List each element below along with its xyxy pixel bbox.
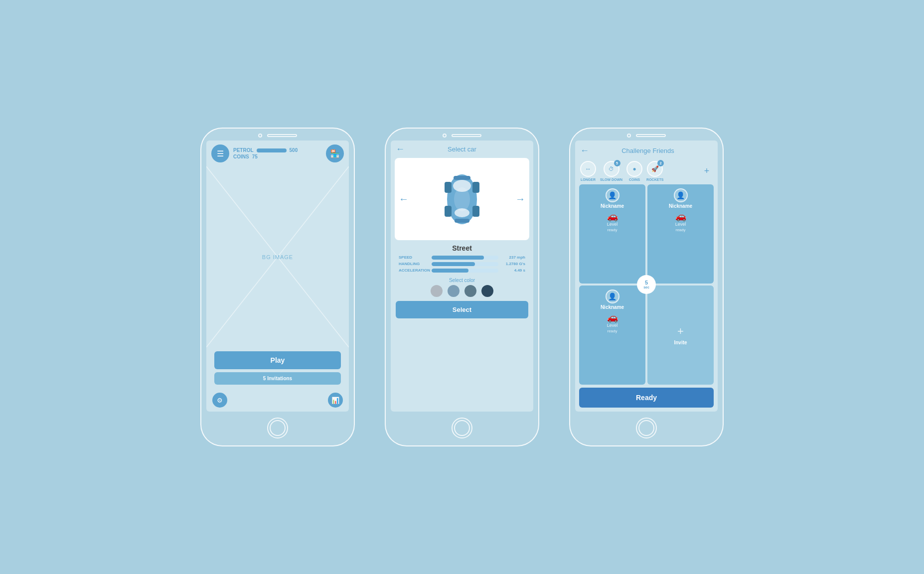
menu-icon: ☰ [217,149,224,158]
svg-rect-10 [445,182,452,193]
phone-2-home-inner [454,420,470,436]
powerup-rockets-icon: 2 🚀 [647,161,663,177]
phone-3-screen: ← Challenge Friends ↔ LONGER 5 ⏱ SLOW DO… [575,141,718,412]
phones-container: ☰ PETROL 500 COINS 75 🏪 [170,98,754,476]
slowdown-badge: 5 [614,160,620,166]
phone-3-camera [627,134,631,138]
color-navy[interactable] [481,285,493,297]
countdown-timer: 5 sec [637,275,656,294]
petrol-row: PETROL 500 [233,147,322,153]
player-2-car-icon: 🚗 [675,211,686,222]
p2-back-button[interactable]: ← [396,144,405,154]
p2-prev-car[interactable]: ← [399,193,409,205]
settings-icon: ⚙ [217,397,223,404]
stats-icon: 📊 [331,397,339,404]
accel-bar [432,269,498,273]
coins-label: COINS [233,154,249,159]
handling-label: HANDLING [399,262,429,266]
player-card-1: 👤 Nickname 🚗 Level ready [579,184,645,284]
phone-3-home-inner [638,420,654,436]
player-3-level: Level [607,323,618,328]
stats-button[interactable]: 📊 [328,393,343,408]
store-icon: 🏪 [330,149,340,158]
petrol-value: 500 [290,147,298,153]
color-silver[interactable] [431,285,443,297]
phone-1: ☰ PETROL 500 COINS 75 🏪 [200,128,355,446]
ready-button[interactable]: Ready [579,388,714,408]
invite-card[interactable]: + Invite [647,286,714,385]
phone-3-home-btn[interactable] [636,418,657,438]
longer-icon: ↔ [585,165,591,172]
color-dark-blue[interactable] [464,285,476,297]
p2-title: Select car [448,145,476,153]
p2-header: ← Select car [391,141,533,158]
play-button[interactable]: Play [214,351,341,369]
phone-1-speaker [267,134,297,137]
p3-back-button[interactable]: ← [580,145,589,156]
phone-1-home-btn[interactable] [267,418,288,438]
timer-value: 5 [645,280,648,286]
phone-2-bottom [386,412,538,445]
avatar-2-icon: 👤 [676,191,685,199]
p2-next-car[interactable]: → [515,193,525,205]
p3-players-grid: 👤 Nickname 🚗 Level ready 👤 Nickname 🚗 Le… [575,184,718,385]
svg-rect-6 [454,176,470,180]
player-2-level: Level [675,222,686,227]
select-car-button[interactable]: Select [396,301,528,318]
powerup-slowdown[interactable]: 5 ⏱ SLOW DOWN [600,161,622,181]
car-image [440,167,484,232]
p1-stats: PETROL 500 COINS 75 [229,147,326,159]
p2-colors [391,285,533,297]
player-3-car-icon: 🚗 [607,312,618,323]
menu-icon-btn[interactable]: ☰ [211,144,229,162]
accel-label: ACCELERATION [399,268,429,273]
avatar-1-icon: 👤 [608,191,616,199]
accel-value: 4.49 s [501,268,525,273]
p2-car-name: Street [391,244,533,252]
speed-stat-row: SPEED 237 mph [399,255,525,260]
handling-value: 1.2780 G's [501,262,525,266]
powerup-rockets[interactable]: 2 🚀 ROCKETS [646,161,663,181]
phone-1-camera [258,134,262,138]
coins-value: 75 [252,154,258,159]
svg-rect-12 [445,206,452,217]
speed-value: 237 mph [501,255,525,260]
powerup-coins-icon: ● [626,161,642,177]
player-3-status: ready [607,329,617,333]
phone-1-home-inner [270,420,286,436]
player-3-name: Nickname [601,304,624,310]
store-icon-btn[interactable]: 🏪 [326,144,344,162]
coins-powerup-label: COINS [629,178,640,181]
invite-plus-icon: + [677,325,684,338]
invite-button[interactable]: 5 Invitations [214,372,341,385]
p1-footer: ⚙ 📊 [206,390,349,412]
phone-1-bottom [201,412,354,445]
powerup-coins[interactable]: ● COINS [626,161,642,181]
svg-rect-11 [472,182,479,193]
powerup-longer[interactable]: ↔ LONGER [580,161,596,181]
p3-title: Challenge Friends [593,147,703,154]
p1-bottom-btns: Play 5 Invitations [206,347,349,390]
phone-3-top [570,129,723,141]
bg-image-label: BG IMAGE [262,254,293,260]
player-2-name: Nickname [669,203,692,209]
phone-1-screen: ☰ PETROL 500 COINS 75 🏪 [206,141,349,412]
player-1-name: Nickname [601,203,624,209]
coins-row: COINS 75 [233,154,322,159]
svg-point-5 [454,187,470,211]
powerup-longer-icon: ↔ [580,161,596,177]
phone-2-home-btn[interactable] [452,418,472,438]
p2-car-area: ← [395,158,529,240]
add-powerup-button[interactable]: + [701,165,713,177]
settings-button[interactable]: ⚙ [212,393,227,408]
svg-rect-7 [455,219,469,223]
player-2-avatar: 👤 [674,188,688,202]
svg-rect-13 [472,206,479,217]
speed-fill [432,256,484,260]
color-steel-blue[interactable] [448,285,460,297]
phone-2-speaker [452,134,481,137]
player-1-level: Level [607,222,618,227]
p1-bg-area: BG IMAGE [206,166,349,347]
phone-1-top [201,129,354,141]
p3-header: ← Challenge Friends [575,141,718,161]
